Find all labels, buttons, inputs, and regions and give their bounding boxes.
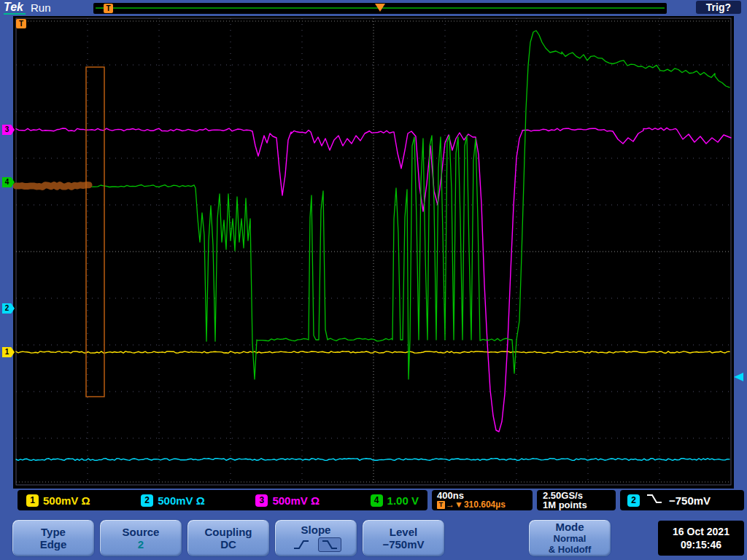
menu-coupling-value: DC [220, 539, 236, 551]
slope-options [290, 537, 341, 552]
channel-readouts: 1 500mV Ω 2 500mV Ω 3 500mV Ω 4 1.00 V [18, 490, 427, 510]
trigger-level-value: −750mV [669, 494, 711, 507]
ch4-badge: 4 [371, 494, 383, 507]
menu-source-title: Source [123, 526, 160, 538]
ch3-badge: 3 [255, 494, 268, 507]
time-value: 09:15:46 [681, 539, 721, 551]
menu-coupling-button[interactable]: Coupling DC [187, 519, 270, 557]
acquisition-status: Run [31, 1, 51, 14]
datetime-display: 16 Oct 2021 09:15:46 [658, 521, 744, 556]
trigger-time-flag: T [104, 4, 113, 13]
menu-level-button[interactable]: Level −750mV [362, 519, 445, 557]
rising-edge-icon[interactable] [290, 538, 312, 551]
trigger-time-marker[interactable]: T [16, 19, 26, 28]
ch1-scale: 500mV Ω [43, 494, 90, 507]
waveform-display [13, 16, 734, 489]
menu-mode-button[interactable]: Mode Normal & Holdoff [528, 519, 611, 557]
menu-mode-value2: & Holdoff [549, 545, 591, 555]
menu-level-value: −750mV [382, 539, 424, 551]
ch2-badge: 2 [141, 494, 153, 507]
ch2-readout: 2 500mV Ω [141, 494, 205, 507]
trigger-source-badge: 2 [627, 494, 640, 507]
menu-coupling-title: Coupling [205, 526, 252, 538]
timebase-readout: 400ns T →▼ 310.604µs [432, 490, 533, 510]
top-status-bar: Tek Run T Trig? [0, 0, 747, 16]
menu-slope-title: Slope [301, 524, 331, 536]
trigger-position-marker[interactable] [375, 4, 385, 12]
trigger-status-badge: Trig? [696, 1, 741, 14]
trigger-level-arrow[interactable] [734, 373, 743, 381]
softkey-menu: Type Edge Source 2 Coupling DC Slope Lev… [0, 515, 747, 560]
ch3-readout: 3 500mV Ω [255, 494, 320, 507]
falling-edge-icon-selected[interactable] [318, 537, 341, 552]
ch2-scale: 500mV Ω [158, 494, 205, 507]
menu-mode-value1: Normal [554, 534, 587, 544]
menu-source-button[interactable]: Source 2 [99, 519, 182, 557]
ch4-scale: 1.00 V [387, 494, 419, 507]
ch1-badge: 1 [26, 494, 39, 507]
acquisition-readout: 2.50GS/s 1M points [537, 490, 616, 510]
record-length: 1M points [543, 500, 610, 510]
falling-edge-icon [646, 494, 663, 507]
menu-level-title: Level [390, 526, 417, 538]
menu-type-value: Edge [40, 539, 67, 551]
scope-frame: Tek Run T Trig? T 3 4 2 1 1 500mV Ω 2 50… [0, 0, 747, 560]
ch4-readout: 4 1.00 V [371, 494, 419, 507]
readout-bar: 1 500mV Ω 2 500mV Ω 3 500mV Ω 4 1.00 V 4… [0, 490, 747, 513]
trigger-time-readout: T →▼ 310.604µs [437, 500, 527, 510]
menu-source-value: 2 [138, 539, 144, 551]
trigger-arrow-glyph: →▼ [446, 500, 463, 510]
ch3-scale: 500mV Ω [272, 494, 320, 507]
trigger-t-icon: T [437, 501, 445, 509]
menu-type-button[interactable]: Type Edge [12, 519, 95, 557]
date-value: 16 Oct 2021 [673, 526, 729, 537]
menu-mode-title: Mode [555, 521, 584, 533]
trigger-time-value: 310.604µs [464, 500, 506, 510]
menu-type-title: Type [41, 526, 66, 538]
trigger-readout: 2 −750mV [620, 490, 744, 510]
tek-logo: Tek [4, 1, 26, 15]
ch1-readout: 1 500mV Ω [26, 494, 90, 507]
menu-slope-button[interactable]: Slope [274, 519, 357, 557]
